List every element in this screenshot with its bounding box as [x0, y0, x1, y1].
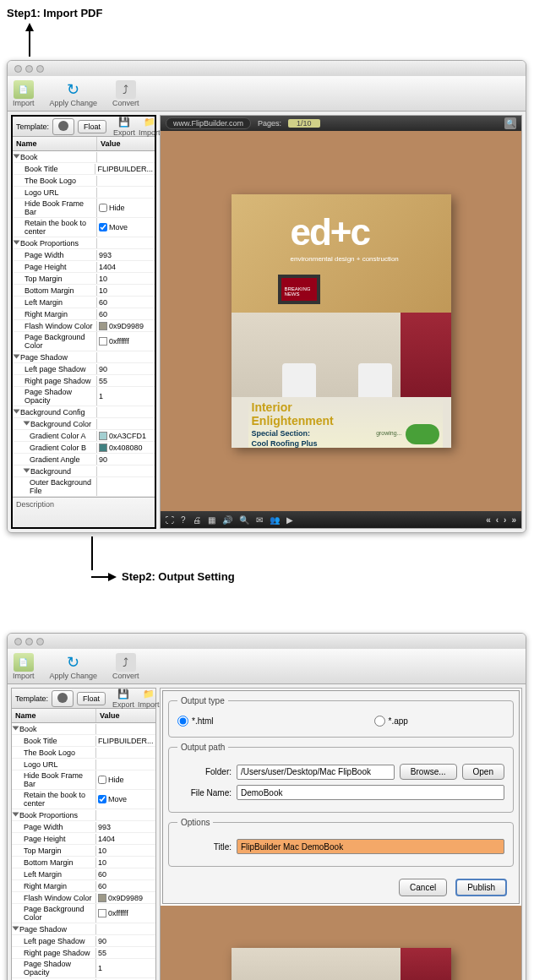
import-template-button[interactable]: 📁 Import: [139, 117, 161, 137]
last-page-icon[interactable]: »: [511, 515, 516, 525]
prop-row[interactable]: Hide Book Frame BarHide: [13, 199, 155, 218]
prop-row[interactable]: Top Margin10: [13, 273, 155, 285]
template-float-button[interactable]: Float: [78, 120, 106, 133]
prop-row[interactable]: Background Color: [13, 418, 155, 430]
prop-row[interactable]: Book: [13, 151, 155, 163]
color-swatch[interactable]: [98, 894, 106, 902]
prop-row[interactable]: Retain the book to centerMove: [13, 218, 155, 237]
prop-row[interactable]: Top Margin10: [12, 845, 155, 857]
radio-html[interactable]: *.html: [177, 716, 214, 727]
prop-row[interactable]: The Book Logo: [12, 747, 155, 759]
folder-input[interactable]: [237, 765, 395, 780]
prop-row[interactable]: Book TitleFLIPBUILDER...: [12, 735, 155, 747]
print-icon[interactable]: 🖨: [193, 515, 201, 525]
prev-page-icon[interactable]: ‹: [496, 515, 499, 525]
book-preview[interactable]: ed+c environmental design + construction…: [232, 194, 451, 448]
prop-row[interactable]: Gradient Angle90: [13, 454, 155, 466]
next-page-icon[interactable]: ›: [504, 515, 506, 525]
prop-row[interactable]: Right Margin60: [12, 880, 155, 892]
autoplay-icon[interactable]: ▶: [286, 515, 293, 525]
prop-row[interactable]: Page Height1404: [12, 833, 155, 845]
prop-row[interactable]: Page Width993: [12, 821, 155, 833]
apply-change-button[interactable]: ↻ Apply Change: [50, 80, 98, 107]
cancel-button[interactable]: Cancel: [399, 879, 447, 896]
prop-row[interactable]: Bottom Margin10: [12, 857, 155, 868]
template-gear-button[interactable]: [52, 690, 74, 707]
prop-row[interactable]: Background Config: [13, 406, 155, 418]
browse-button[interactable]: Browse...: [400, 764, 457, 780]
book-preview-partial[interactable]: Interior Enlightenment Special Section: …: [232, 948, 451, 981]
prop-row[interactable]: Book: [12, 723, 155, 735]
prop-row[interactable]: Page Shadow Opacity1: [13, 387, 155, 406]
prop-row[interactable]: The Book Logo: [13, 175, 155, 187]
template-gear-button[interactable]: [52, 118, 74, 135]
prop-row[interactable]: Logo URL: [12, 759, 155, 770]
prop-row[interactable]: Logo URL: [13, 187, 155, 199]
prop-row[interactable]: Page Shadow Opacity1: [12, 959, 155, 978]
export-template-button[interactable]: 💾 Export: [113, 117, 135, 137]
prop-row[interactable]: Background: [13, 466, 155, 477]
prop-row[interactable]: Bottom Margin10: [13, 285, 155, 297]
open-button[interactable]: Open: [462, 764, 504, 780]
export-template-button[interactable]: 💾 Export: [112, 689, 134, 709]
import-button[interactable]: 📄 Import: [13, 80, 35, 107]
zoom-icon[interactable]: 🔍: [239, 515, 249, 525]
close-btn[interactable]: [14, 65, 22, 73]
search-icon[interactable]: 🔍: [504, 117, 516, 129]
zoom-btn[interactable]: [36, 638, 44, 645]
title-input[interactable]: [237, 839, 504, 854]
prop-row[interactable]: Hide Book Frame BarHide: [12, 770, 155, 790]
prop-row[interactable]: Right page Shadow55: [12, 947, 155, 959]
hide-checkbox[interactable]: [99, 204, 107, 212]
prop-row[interactable]: Book TitleFLIPBUILDER...: [13, 163, 155, 175]
publish-button[interactable]: Publish: [455, 879, 507, 896]
prop-row[interactable]: Left Margin60: [13, 297, 155, 308]
prop-row[interactable]: Left Margin60: [12, 868, 155, 880]
prop-row[interactable]: Book Proportions: [13, 237, 155, 249]
minimize-btn[interactable]: [25, 638, 33, 645]
filename-input[interactable]: [237, 785, 504, 800]
prop-row[interactable]: Flash Window Color0x9D9989: [13, 320, 155, 332]
share-icon[interactable]: 👥: [270, 515, 280, 525]
radio-html-input[interactable]: [177, 716, 188, 727]
move-checkbox[interactable]: [99, 223, 107, 231]
color-swatch[interactable]: [99, 432, 107, 440]
convert-button[interactable]: ⤴ Convert: [112, 80, 139, 107]
prop-row[interactable]: Page Shadow: [13, 351, 155, 363]
prop-row[interactable]: Page Height1404: [13, 261, 155, 273]
radio-app[interactable]: *.app: [374, 716, 408, 727]
zoom-btn[interactable]: [36, 65, 44, 73]
prop-row[interactable]: Page Width993: [13, 249, 155, 261]
prop-row[interactable]: Retain the book to centerMove: [12, 790, 155, 809]
color-swatch[interactable]: [99, 322, 107, 330]
prop-row[interactable]: Left page Shadow90: [12, 935, 155, 947]
prop-row[interactable]: Outer Background File: [13, 477, 155, 497]
help-icon[interactable]: ?: [181, 515, 186, 525]
prop-row[interactable]: Right page Shadow55: [13, 375, 155, 387]
color-swatch[interactable]: [99, 337, 107, 346]
prop-row[interactable]: Page Background Color0xffffff: [12, 904, 155, 923]
close-btn[interactable]: [14, 638, 22, 645]
template-float-button[interactable]: Float: [77, 692, 106, 705]
import-template-button[interactable]: 📁 Import: [138, 689, 160, 709]
prop-row[interactable]: Book Proportions: [12, 809, 155, 821]
prop-row[interactable]: Right Margin60: [13, 308, 155, 320]
fullscreen-icon[interactable]: ⛶: [166, 515, 174, 525]
prop-row[interactable]: Left page Shadow90: [13, 363, 155, 375]
first-page-icon[interactable]: «: [486, 515, 491, 525]
prop-row[interactable]: Page Shadow: [12, 923, 155, 935]
move-checkbox[interactable]: [98, 795, 106, 803]
apply-change-button[interactable]: ↻ Apply Change: [50, 653, 98, 680]
prop-row[interactable]: Gradient Color A0xA3CFD1: [13, 430, 155, 442]
color-swatch[interactable]: [99, 444, 107, 452]
convert-button[interactable]: ⤴ Convert: [112, 653, 139, 680]
minimize-btn[interactable]: [25, 65, 33, 73]
sound-icon[interactable]: 🔊: [222, 515, 232, 525]
color-swatch[interactable]: [98, 909, 106, 917]
prop-row[interactable]: Gradient Color B0x408080: [13, 442, 155, 454]
mail-icon[interactable]: ✉: [256, 515, 263, 525]
thumbnails-icon[interactable]: ▦: [208, 515, 215, 525]
prop-row[interactable]: Flash Window Color0x9D9989: [12, 892, 155, 904]
hide-checkbox[interactable]: [98, 776, 106, 784]
prop-row[interactable]: Page Background Color0xffffff: [13, 332, 155, 351]
